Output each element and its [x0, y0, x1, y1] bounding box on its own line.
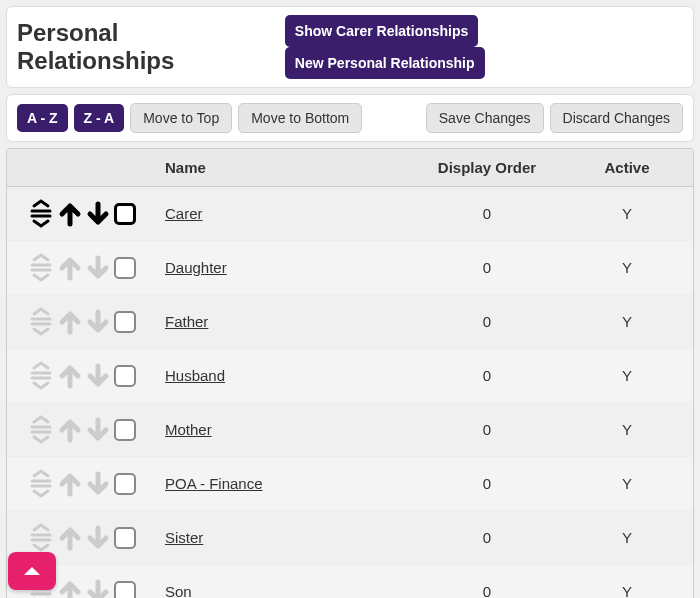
scroll-to-top-fab[interactable]: [8, 552, 56, 590]
table-row: Father0Y: [7, 295, 693, 349]
display-order-value: 0: [412, 367, 562, 384]
toolbar-panel: A - Z Z - A Move to Top Move to Bottom S…: [6, 94, 694, 142]
move-bottom-button[interactable]: Move to Bottom: [238, 103, 362, 133]
arrow-up-icon[interactable]: [58, 524, 82, 552]
table-row: Husband0Y: [7, 349, 693, 403]
active-value: Y: [562, 367, 692, 384]
sort-handle-icon[interactable]: [28, 523, 54, 553]
arrow-up-icon[interactable]: [58, 254, 82, 282]
arrow-down-icon[interactable]: [86, 470, 110, 498]
relationship-name-link[interactable]: Carer: [165, 205, 203, 222]
arrow-down-icon[interactable]: [86, 254, 110, 282]
row-checkbox[interactable]: [114, 581, 136, 599]
row-checkbox[interactable]: [114, 257, 136, 279]
table-row: Son0Y: [7, 565, 693, 598]
relationship-name-link[interactable]: Daughter: [165, 259, 227, 276]
sort-handle-icon[interactable]: [28, 361, 54, 391]
display-order-value: 0: [412, 583, 562, 598]
active-value: Y: [562, 475, 692, 492]
active-value: Y: [562, 205, 692, 222]
row-checkbox[interactable]: [114, 311, 136, 333]
arrow-down-icon[interactable]: [86, 578, 110, 599]
arrow-up-icon[interactable]: [58, 578, 82, 599]
display-order-value: 0: [412, 421, 562, 438]
display-order-value: 0: [412, 259, 562, 276]
active-value: Y: [562, 421, 692, 438]
move-top-button[interactable]: Move to Top: [130, 103, 232, 133]
row-checkbox[interactable]: [114, 473, 136, 495]
arrow-down-icon[interactable]: [86, 308, 110, 336]
header-actions: Show Carer Relationships New Personal Re…: [279, 15, 683, 79]
column-header-active: Active: [562, 159, 692, 176]
header-panel: Personal Relationships Show Carer Relati…: [6, 6, 694, 88]
arrow-down-icon[interactable]: [86, 362, 110, 390]
table-row: Carer0Y: [7, 187, 693, 241]
row-checkbox[interactable]: [114, 203, 136, 225]
sort-az-button[interactable]: A - Z: [17, 104, 68, 132]
active-value: Y: [562, 583, 692, 598]
arrow-down-icon[interactable]: [86, 524, 110, 552]
display-order-value: 0: [412, 313, 562, 330]
relationship-name-link[interactable]: Son: [165, 583, 192, 599]
sort-handle-icon[interactable]: [28, 253, 54, 283]
save-changes-button[interactable]: Save Changes: [426, 103, 544, 133]
relationships-table: Name Display Order Active Carer0YDaughte…: [6, 148, 694, 598]
sort-handle-icon[interactable]: [28, 199, 54, 229]
active-value: Y: [562, 529, 692, 546]
page-title: Personal Relationships: [17, 19, 279, 75]
relationship-name-link[interactable]: POA - Finance: [165, 475, 263, 492]
active-value: Y: [562, 313, 692, 330]
chevron-up-icon: [22, 563, 42, 579]
relationship-name-link[interactable]: Father: [165, 313, 208, 330]
new-personal-relationship-button[interactable]: New Personal Relationship: [285, 47, 485, 79]
discard-changes-button[interactable]: Discard Changes: [550, 103, 683, 133]
sort-handle-icon[interactable]: [28, 307, 54, 337]
row-checkbox[interactable]: [114, 527, 136, 549]
active-value: Y: [562, 259, 692, 276]
arrow-up-icon[interactable]: [58, 470, 82, 498]
table-header: Name Display Order Active: [7, 149, 693, 187]
relationship-name-link[interactable]: Sister: [165, 529, 203, 546]
table-row: Mother0Y: [7, 403, 693, 457]
relationship-name-link[interactable]: Husband: [165, 367, 225, 384]
table-row: POA - Finance0Y: [7, 457, 693, 511]
arrow-up-icon[interactable]: [58, 362, 82, 390]
row-checkbox[interactable]: [114, 419, 136, 441]
arrow-down-icon[interactable]: [86, 200, 110, 228]
column-header-name: Name: [157, 159, 412, 176]
display-order-value: 0: [412, 529, 562, 546]
show-carer-relationships-button[interactable]: Show Carer Relationships: [285, 15, 478, 47]
sort-handle-icon[interactable]: [28, 469, 54, 499]
column-header-order: Display Order: [412, 159, 562, 176]
sort-handle-icon[interactable]: [28, 415, 54, 445]
table-row: Daughter0Y: [7, 241, 693, 295]
relationship-name-link[interactable]: Mother: [165, 421, 212, 438]
table-row: Sister0Y: [7, 511, 693, 565]
display-order-value: 0: [412, 475, 562, 492]
display-order-value: 0: [412, 205, 562, 222]
sort-za-button[interactable]: Z - A: [74, 104, 125, 132]
arrow-up-icon[interactable]: [58, 200, 82, 228]
row-checkbox[interactable]: [114, 365, 136, 387]
arrow-down-icon[interactable]: [86, 416, 110, 444]
arrow-up-icon[interactable]: [58, 416, 82, 444]
arrow-up-icon[interactable]: [58, 308, 82, 336]
